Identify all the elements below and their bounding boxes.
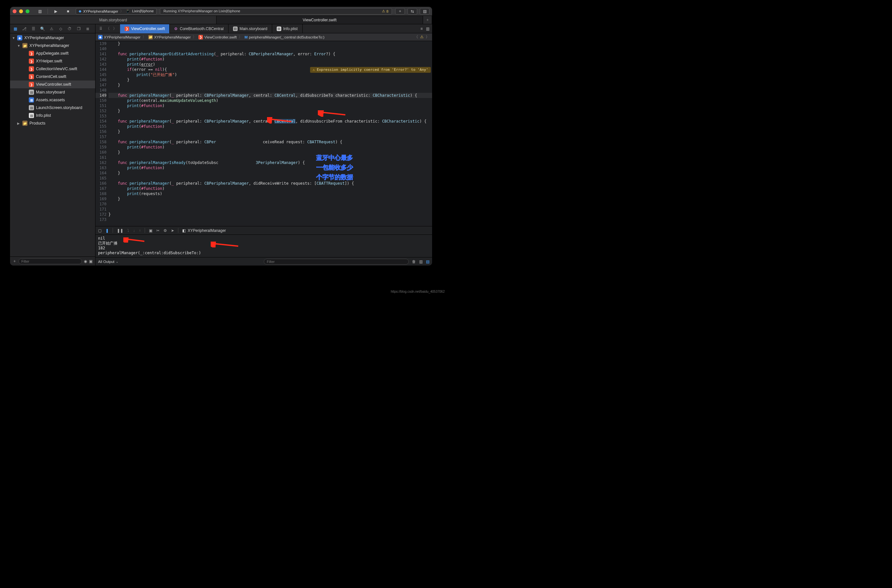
chevron-updown-icon: ⌄: [116, 260, 119, 263]
close-window[interactable]: [13, 9, 17, 13]
group-folder[interactable]: ▼📁XYPeripheralManager: [10, 42, 95, 50]
environment-overrides-button[interactable]: ⚙: [164, 228, 167, 233]
nav-back-button[interactable]: 〈: [105, 26, 111, 32]
debug-area: ▢ ❚ ❚❚ ⤵ ↓ ↑ ▣ ✂ ⚙ ➤ ◧ XYPeripheralManag…: [95, 226, 432, 266]
debug-navigator-icon[interactable]: ⏱: [67, 26, 72, 32]
memory-graph-button[interactable]: ✂: [156, 228, 159, 233]
main-body: ▦ ⎇ ☰ 🔍 ⚠ ◇ ⏱ ❐ ≣ ▼◆XYPeripheralManager …: [10, 24, 432, 266]
file-viewcontroller[interactable]: ❯ViewController.swift: [10, 81, 95, 88]
find-navigator-icon[interactable]: 🔍: [40, 26, 45, 32]
breakpoint-toggle-button[interactable]: ❚: [105, 228, 109, 233]
toggle-debug-area-button[interactable]: ▢: [98, 228, 102, 233]
file-collectionviewvc[interactable]: ❯CollectionViewVC.swift: [10, 65, 95, 73]
step-over-button[interactable]: ⤵: [127, 228, 129, 233]
window-tab-viewcontroller[interactable]: ViewController.swift: [217, 16, 423, 24]
related-items-icon[interactable]: ⠿: [98, 26, 104, 32]
report-navigator-icon[interactable]: ≣: [85, 26, 90, 32]
recent-filter-button[interactable]: ◉: [84, 259, 87, 264]
toggle-variables-view-button[interactable]: ▥: [419, 260, 423, 264]
editor-options-icon[interactable]: ≡: [420, 27, 423, 31]
scheme-selector[interactable]: ◆ XYPeripheralManager 〉 📱 Lixin的iphone: [76, 8, 156, 15]
inline-warning-text: Expression implicitly coerced from 'Erro…: [317, 67, 428, 72]
navigator-bottom: ＋ ◉ ▣: [10, 256, 95, 266]
editor-tab-infoplist[interactable]: ▤Info.plist: [272, 24, 302, 33]
navigator-tabbar: ▦ ⎇ ☰ 🔍 ⚠ ◇ ⏱ ❐ ≣: [10, 24, 95, 33]
jump-bar-warning-icon[interactable]: ⚠: [420, 34, 424, 39]
view-debug-button[interactable]: ▣: [149, 228, 152, 233]
scm-filter-button[interactable]: ▣: [89, 259, 93, 264]
editor-tab-storyboard[interactable]: ▤Main.storyboard: [229, 24, 272, 33]
code-review-button[interactable]: ⇆: [408, 8, 417, 15]
app-icon: ◧: [182, 228, 186, 233]
add-file-button[interactable]: ＋: [13, 258, 17, 264]
debug-target[interactable]: ◧ XYPeripheralManager: [182, 228, 226, 233]
simulate-location-button[interactable]: ➤: [171, 228, 174, 233]
issue-navigator-icon[interactable]: ⚠: [49, 26, 54, 32]
warning-triangle-icon: ⚠: [382, 9, 385, 13]
navigator: ▦ ⎇ ☰ 🔍 ⚠ ◇ ⏱ ❐ ≣ ▼◆XYPeripheralManager …: [10, 24, 95, 266]
stop-button[interactable]: ■: [63, 8, 72, 15]
console-output-selector[interactable]: All Output ⌄: [98, 260, 119, 264]
editor-tab-viewcontroller[interactable]: ❯ViewController.swift: [120, 24, 170, 33]
file-xyhelper[interactable]: ❯XYHelper.swift: [10, 57, 95, 65]
warning-triangle-icon: ⚠: [313, 67, 315, 72]
warning-count: 8: [387, 9, 388, 13]
toggle-inspector-button[interactable]: ▤: [420, 8, 430, 15]
next-issue-button[interactable]: 〉: [426, 34, 430, 39]
step-out-button[interactable]: ↑: [139, 228, 141, 233]
nav-forward-button[interactable]: 〉: [112, 26, 118, 32]
console-filter-input[interactable]: [264, 259, 409, 265]
source-control-navigator-icon[interactable]: ⎇: [22, 26, 27, 32]
file-appdelegate[interactable]: ❯AppDelegate.swift: [10, 50, 95, 57]
editor-tab-cbcentral[interactable]: ⚙CoreBluetooth.CBCentral: [170, 24, 228, 33]
editor-area: ⠿ 〈 〉 ❯ViewController.swift ⚙CoreBluetoo…: [95, 24, 432, 266]
editor-tabs: ❯ViewController.swift ⚙CoreBluetooth.CBC…: [120, 24, 418, 33]
project-root[interactable]: ▼◆XYPeripheralManager: [10, 34, 95, 42]
window-tab-storyboard[interactable]: Main.storyboard: [10, 16, 217, 24]
scheme-project: XYPeripheralManager: [83, 9, 118, 13]
xcode-window: ▥ ▶ ■ ◆ XYPeripheralManager 〉 📱 Lixin的ip…: [10, 7, 432, 266]
add-button[interactable]: ＋: [395, 8, 405, 15]
debug-console[interactable]: nil 已开始广播 182 peripheralManager(_:centra…: [95, 235, 432, 257]
debug-toolbar: ▢ ❚ ❚❚ ⤵ ↓ ↑ ▣ ✂ ⚙ ➤ ◧ XYPeripheralManag…: [95, 226, 432, 235]
minimize-window[interactable]: [19, 9, 23, 13]
toggle-sidebar-button[interactable]: ▥: [35, 8, 44, 15]
line-gutter: 1391401411421431441451461471481491501511…: [95, 41, 108, 226]
navigator-filter-input[interactable]: [18, 258, 82, 264]
status-text: Running XYPeripheralManager on Lixin的iph…: [164, 9, 240, 14]
file-launchscreen[interactable]: ▤LaunchScreen.storyboard: [10, 104, 95, 112]
file-tree[interactable]: ▼◆XYPeripheralManager ▼📁XYPeripheralMana…: [10, 33, 95, 256]
symbol-navigator-icon[interactable]: ☰: [31, 26, 36, 32]
window-tab-add[interactable]: ＋: [423, 16, 432, 24]
toolbar-right: ＋ ⇆ ▤: [395, 8, 430, 15]
activity-status[interactable]: Running XYPeripheralManager on Lixin的iph…: [160, 8, 392, 15]
test-navigator-icon[interactable]: ◇: [58, 26, 63, 32]
project-navigator-icon[interactable]: ▦: [13, 26, 18, 32]
editor-tabbar: ⠿ 〈 〉 ❯ViewController.swift ⚙CoreBluetoo…: [95, 24, 432, 33]
jump-bar[interactable]: ◆XYPeripheralManager 〉 📁XYPeripheralMana…: [95, 33, 432, 41]
products-folder[interactable]: ▶📁Products: [10, 119, 95, 127]
file-assets[interactable]: ▦Assets.xcassets: [10, 96, 95, 104]
watermark: https://blog.csdn.net/baidu_40537062: [391, 290, 445, 293]
zoom-window[interactable]: [26, 9, 29, 13]
warnings-indicator[interactable]: ⚠ 8: [382, 9, 388, 13]
file-mainstoryboard[interactable]: ▤Main.storyboard: [10, 88, 95, 96]
scheme-device: Lixin的iphone: [132, 9, 154, 14]
file-infoplist[interactable]: ▤Info.plist: [10, 112, 95, 119]
add-editor-icon[interactable]: ▥: [426, 27, 430, 31]
run-button[interactable]: ▶: [51, 8, 60, 15]
inline-warning-banner[interactable]: ⚠ Expression implicitly coerced from 'Er…: [310, 67, 431, 73]
pause-continue-button[interactable]: ❚❚: [117, 228, 123, 233]
window-controls: [13, 9, 29, 13]
file-contentcell[interactable]: ❯ContentCell.swift: [10, 73, 95, 81]
titlebar: ▥ ▶ ■ ◆ XYPeripheralManager 〉 📱 Lixin的ip…: [10, 7, 432, 16]
toggle-console-view-button[interactable]: ▤: [426, 260, 430, 264]
step-into-button[interactable]: ↓: [133, 228, 135, 233]
code-editor[interactable]: 1391401411421431441451461471481491501511…: [95, 41, 432, 226]
window-tabs: Main.storyboard ViewController.swift ＋: [10, 16, 432, 24]
clear-console-button[interactable]: 🗑: [412, 260, 416, 264]
prev-issue-button[interactable]: 〈: [414, 34, 418, 39]
debug-bottom-bar: All Output ⌄ 🗑 ▥ ▤: [95, 257, 432, 266]
breakpoint-navigator-icon[interactable]: ❐: [76, 26, 81, 32]
